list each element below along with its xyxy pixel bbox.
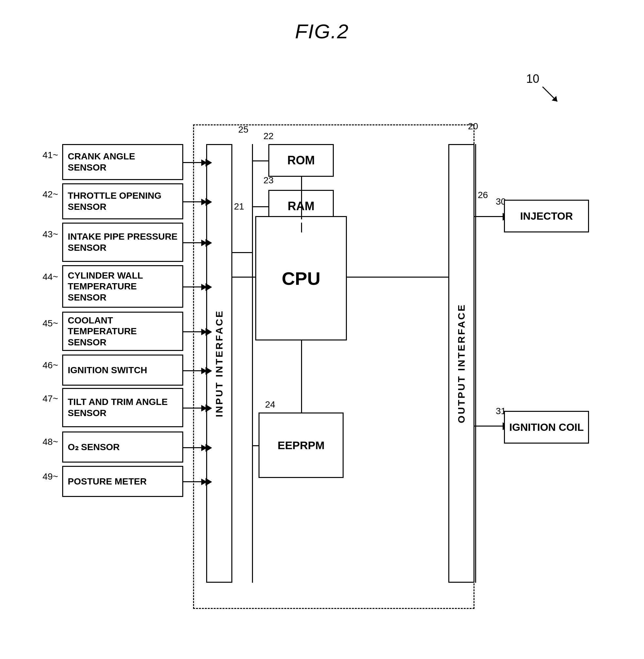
diagram-container: 20 INPUT INTERFACE 21 OUTPUT INTERFACE 2… xyxy=(20,124,622,629)
arrow-45 xyxy=(206,328,212,336)
bus-ref: 25 xyxy=(238,124,248,135)
sensor-46-box: IGNITION SWITCH xyxy=(62,355,183,386)
sensor-42-ref: 42~ xyxy=(43,189,58,200)
sensor-43-ref: 43~ xyxy=(43,229,58,240)
output-right-vline xyxy=(475,144,476,583)
input-interface-label: INPUT INTERFACE xyxy=(214,310,225,417)
rom-box: ROM xyxy=(268,144,334,177)
eeprom-ref: 24 xyxy=(265,400,275,410)
arrow-44 xyxy=(206,283,212,291)
ram-ref: 23 xyxy=(263,175,274,186)
output-right-hbot xyxy=(475,426,504,427)
sensor-49-ref: 49~ xyxy=(43,472,58,482)
input-bus-hline xyxy=(232,252,252,253)
sensor-48-box: O₂ SENSOR xyxy=(62,431,183,462)
bus-cpu-hline xyxy=(252,277,255,278)
sensor-45-ref: 45~ xyxy=(43,318,58,329)
sensor-45-connector xyxy=(183,331,207,332)
ignition-coil-label: IGNITION COIL xyxy=(509,421,584,433)
ignition-coil-box: IGNITION COIL xyxy=(504,411,589,444)
bus-vline xyxy=(252,144,253,583)
arrow-10-icon xyxy=(539,84,559,103)
cpu-output-hline xyxy=(347,277,449,278)
input-interface-ref: 21 xyxy=(234,201,244,212)
bus-rom-hline xyxy=(252,160,268,161)
ref-10-label: 10 xyxy=(526,72,539,86)
output-interface-ref: 26 xyxy=(478,190,488,200)
arrow-49 xyxy=(206,478,212,486)
arrow-42 xyxy=(206,198,212,206)
ecu-ref-label: 20 xyxy=(468,121,478,132)
sensor-44-connector xyxy=(183,287,207,288)
arrow-41 xyxy=(206,159,212,167)
sensor-42-connector xyxy=(183,201,207,202)
output-interface-box: OUTPUT INTERFACE xyxy=(448,144,475,583)
output-right-htop xyxy=(475,216,504,217)
sensor-44-ref: 44~ xyxy=(43,272,58,282)
sensor-47-connector xyxy=(183,408,207,409)
ram-cpu-vline xyxy=(301,223,302,232)
cpu-box: CPU xyxy=(255,216,347,340)
input-interface-box: INPUT INTERFACE xyxy=(206,144,232,583)
sensor-44-box: CYLINDER WALLTEMPERATURE SENSOR xyxy=(62,265,183,308)
cpu-label: CPU xyxy=(282,268,320,289)
output-interface-label: OUTPUT INTERFACE xyxy=(456,303,467,423)
sensor-43-connector xyxy=(183,242,207,243)
bus-eeprom-hline xyxy=(252,445,258,446)
sensor-42-box: THROTTLE OPENINGSENSOR xyxy=(62,183,183,219)
sensor-47-box: TILT AND TRIM ANGLESENSOR xyxy=(62,388,183,427)
eeprom-box: EEPRPM xyxy=(258,412,344,478)
sensor-41-box: CRANK ANGLESENSOR xyxy=(62,144,183,180)
rom-ref: 22 xyxy=(263,131,274,141)
ecu-box xyxy=(193,124,475,609)
sensor-49-box: POSTURE METER xyxy=(62,466,183,497)
arrow-48 xyxy=(206,444,212,452)
arrow-46 xyxy=(206,367,212,375)
rom-label: ROM xyxy=(287,154,315,167)
sensor-43-box: INTAKE PIPE PRESSURESENSOR xyxy=(62,223,183,262)
sensor-48-connector xyxy=(183,447,207,448)
arrow-47 xyxy=(206,404,212,412)
sensor-46-connector xyxy=(183,370,207,371)
sensor-48-ref: 48~ xyxy=(43,437,58,447)
sensor-46-ref: 46~ xyxy=(43,360,58,370)
eeprom-label: EEPRPM xyxy=(277,439,325,452)
sensor-41-ref: 41~ xyxy=(43,150,58,160)
sensor-49-connector xyxy=(183,481,207,482)
arrow-43 xyxy=(206,239,212,247)
sensor-41-connector xyxy=(183,162,207,163)
injector-box: INJECTOR xyxy=(504,200,589,232)
sensor-45-box: COOLANT TEMPERATURESENSOR xyxy=(62,312,183,351)
cpu-eeprom-vline xyxy=(301,340,302,413)
bus-ram-hline xyxy=(252,206,268,207)
rom-cpu-vline xyxy=(301,177,302,219)
page-title: FIG.2 xyxy=(295,20,349,43)
injector-label: INJECTOR xyxy=(520,210,573,222)
sensor-47-ref: 47~ xyxy=(43,393,58,404)
